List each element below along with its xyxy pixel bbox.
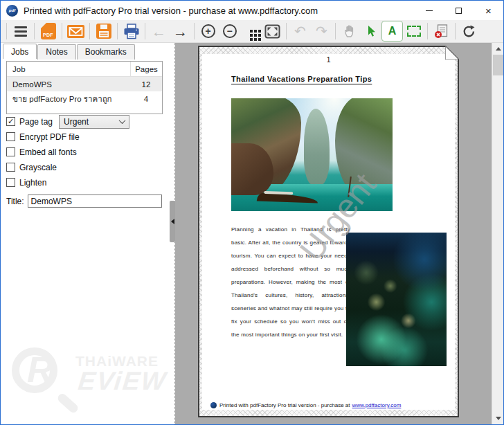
scrollbar-thumb[interactable] [493,55,503,75]
zoom-out-button[interactable]: − [219,21,240,42]
toolbar-separator [89,23,90,39]
hand-tool-icon [343,24,356,38]
scroll-up-button[interactable] [492,43,504,55]
save-icon [96,24,111,39]
footer-text: Printed with pdfFactory Pro trial versio… [219,402,350,408]
region-select-icon [407,26,421,37]
encrypt-checkbox[interactable] [6,132,15,141]
maximize-icon [456,8,462,14]
refresh-icon [462,24,476,39]
tab-jobs[interactable]: Jobs [3,44,37,59]
redo-button[interactable]: ↷ [311,21,332,42]
option-grayscale[interactable]: Grayscale [6,162,165,172]
email-icon [67,25,84,38]
close-button[interactable]: × [474,1,503,20]
option-lighten[interactable]: Lighten [6,177,165,188]
footer-link[interactable]: www.pdffactory.com [352,402,402,408]
option-label: Grayscale [19,163,57,172]
document-footer: Printed with pdfFactory Pro trial versio… [210,402,401,408]
document-heading: Thailand Vacations Preparation Tips [231,75,372,83]
splitter[interactable] [170,43,175,424]
check-icon: ✓ [8,118,14,125]
zoom-in-button[interactable]: + [197,21,219,42]
toolbar-separator [34,23,35,39]
thumbnails-grid-icon [250,30,253,33]
email-button[interactable] [65,21,87,42]
vertical-scrollbar[interactable] [492,43,503,424]
option-embed-fonts[interactable]: Embed all fonts [6,147,165,157]
menu-button[interactable] [10,21,31,42]
tab-notes[interactable]: Notes [37,44,75,60]
window-title: Printed with pdfFactory Pro trial versio… [24,6,414,16]
page-tag-dropdown[interactable]: Urgent [59,115,129,129]
document-paragraph: Planning a vacation in Thailand is prett… [231,223,350,341]
fit-page-button[interactable] [262,21,283,42]
option-page-tag[interactable]: ✓ Page tag Urgent [6,116,165,127]
save-pdf-icon: PDF [41,23,56,39]
scroll-down-button[interactable] [492,413,504,424]
hand-tool-button[interactable] [339,21,360,42]
minimize-button[interactable] [414,1,444,20]
zoom-in-icon: + [201,24,215,38]
lighten-checkbox[interactable] [6,178,15,187]
select-tool-icon [366,25,376,38]
save-pdf-button[interactable]: PDF [37,21,59,42]
option-label: Lighten [19,178,46,188]
job-name: DemoWPS [7,80,130,89]
grayscale-checkbox[interactable] [6,163,15,172]
toolbar-separator [117,23,118,39]
toolbar-separator [455,23,456,39]
zoom-out-icon: − [223,24,237,38]
option-label: Encrypt PDF file [19,132,80,142]
toolbar-separator [6,23,7,39]
toolbar-separator [427,23,428,39]
title-input[interactable] [28,195,162,208]
undo-button[interactable]: ↶ [289,21,311,42]
back-button[interactable]: ← [148,21,170,42]
watermark-letter: R [27,352,53,388]
option-label: Page tag [19,117,53,127]
sidebar: Jobs Notes Bookmarks Job Pages DemoWPS 1… [1,43,170,424]
option-label: Embed all fonts [19,147,77,157]
print-button[interactable] [120,21,142,42]
minimize-icon [426,10,433,11]
toolbar-separator [286,23,287,39]
fit-page-icon [264,24,280,39]
table-row[interactable]: ขาย pdfFactory Pro ราคาถูก 4 [7,91,162,106]
region-select-button[interactable] [403,21,424,42]
save-button[interactable] [93,21,114,42]
option-encrypt[interactable]: Encrypt PDF file [6,132,165,142]
pdf-options: ✓ Page tag Urgent Encrypt PDF file Embed… [6,116,165,192]
column-header-job[interactable]: Job [7,65,130,73]
maximize-button[interactable] [444,1,474,20]
select-tool-button[interactable] [360,21,381,42]
pdffactory-logo-icon: pdf [6,5,18,17]
redo-icon: ↷ [316,24,327,38]
dropdown-value: Urgent [64,117,120,127]
magnifier-handle [56,392,80,414]
job-pages: 12 [130,77,162,91]
delete-page-button[interactable] [431,21,452,42]
forward-button[interactable]: → [170,21,191,42]
toolbar-separator [145,23,145,39]
app-window: pdf Printed with pdfFactory Pro trial ve… [0,0,504,425]
tab-bookmarks[interactable]: Bookmarks [77,44,135,60]
page-tag-checkbox[interactable]: ✓ [6,117,15,126]
column-header-pages[interactable]: Pages [130,62,162,76]
arrow-up-icon [496,47,501,51]
thumbnails-button[interactable] [240,21,262,42]
text-tool-button[interactable]: A [381,21,403,42]
embed-fonts-checkbox[interactable] [6,147,15,156]
title-field-label: Title: [6,197,24,206]
toolbar-separator [62,23,62,39]
sidebar-tabs: Jobs Notes Bookmarks [1,43,170,60]
chevron-down-icon [119,117,126,124]
splitter-collapse-handle[interactable] [170,201,175,242]
main-area: Jobs Notes Bookmarks Job Pages DemoWPS 1… [1,43,503,424]
beach-photo [231,98,393,211]
table-row[interactable]: DemoWPS 12 [7,77,162,91]
jobs-table-header[interactable]: Job Pages [7,62,162,77]
thaiware-review-watermark: R THAiWARE EViEW [3,339,170,422]
text-tool-icon: A [388,26,397,37]
refresh-button[interactable] [458,21,480,42]
